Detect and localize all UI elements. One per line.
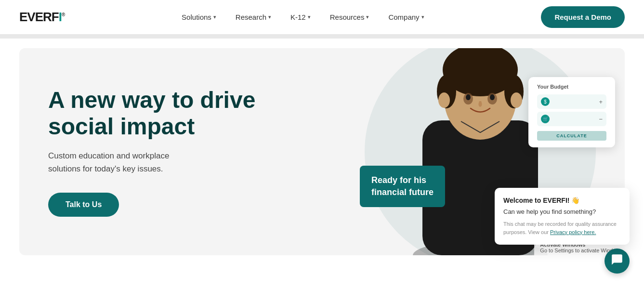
hero-title: A new way to drive social impact bbox=[48, 87, 255, 140]
top-bar bbox=[0, 35, 644, 39]
chat-popup-title: Welcome to EVERFI! 👋 bbox=[503, 196, 621, 204]
request-demo-button[interactable]: Request a Demo bbox=[541, 6, 625, 28]
hero-caption-box: Ready for his financial future bbox=[360, 166, 445, 207]
chat-open-button[interactable] bbox=[605, 249, 630, 255]
hero-content: A new way to drive social impact Custom … bbox=[48, 87, 255, 217]
chevron-down-icon: ▾ bbox=[308, 14, 311, 20]
svg-point-10 bbox=[490, 94, 495, 100]
chevron-down-icon: ▾ bbox=[421, 14, 424, 20]
nav-link-k12[interactable]: K-12 ▾ bbox=[283, 9, 318, 25]
nav-link-solutions[interactable]: Solutions ▾ bbox=[174, 9, 224, 25]
calculate-button[interactable]: CALCULATE bbox=[537, 131, 606, 141]
chat-popup-note: This chat may be recorded for quality as… bbox=[503, 220, 621, 236]
hero-subtitle: Custom education and workplacesolutions … bbox=[48, 149, 255, 175]
svg-point-11 bbox=[438, 92, 450, 108]
budget-card-title: Your Budget bbox=[537, 84, 606, 90]
chat-popup-subtitle: Can we help you find something? bbox=[503, 208, 621, 215]
budget-row-2: 🛒 − bbox=[537, 112, 606, 126]
talk-to-us-button[interactable]: Talk to Us bbox=[48, 193, 119, 217]
plus-icon: + bbox=[599, 98, 603, 105]
chat-popup: Welcome to EVERFI! 👋 Can we help you fin… bbox=[495, 188, 630, 245]
cart-icon: 🛒 bbox=[541, 115, 550, 123]
chevron-down-icon: ▾ bbox=[268, 14, 271, 20]
svg-point-9 bbox=[466, 94, 471, 100]
budget-row-1: $ + bbox=[537, 94, 606, 109]
chevron-down-icon: ▾ bbox=[366, 14, 369, 20]
nav-link-company[interactable]: Company ▾ bbox=[381, 9, 432, 25]
navbar: EVERFI® Solutions ▾ Research ▾ K-12 ▾ Re… bbox=[0, 0, 644, 35]
chevron-down-icon: ▾ bbox=[213, 14, 216, 20]
nav-link-resources[interactable]: Resources ▾ bbox=[322, 9, 377, 25]
nav-links: Solutions ▾ Research ▾ K-12 ▾ Resources … bbox=[174, 9, 432, 25]
nav-right: Request a Demo bbox=[541, 6, 625, 28]
logo[interactable]: EVERFI® bbox=[19, 10, 65, 25]
nav-link-research[interactable]: Research ▾ bbox=[228, 9, 279, 25]
dollar-icon: $ bbox=[541, 97, 550, 106]
chat-icon bbox=[611, 253, 623, 255]
minus-icon: − bbox=[599, 116, 603, 123]
chat-widget: Welcome to EVERFI! 👋 Can we help you fin… bbox=[605, 249, 630, 255]
budget-card: Your Budget $ + 🛒 − CALCULATE bbox=[528, 77, 615, 147]
privacy-policy-link[interactable]: Privacy policy here. bbox=[550, 229, 596, 235]
svg-point-12 bbox=[511, 92, 522, 108]
